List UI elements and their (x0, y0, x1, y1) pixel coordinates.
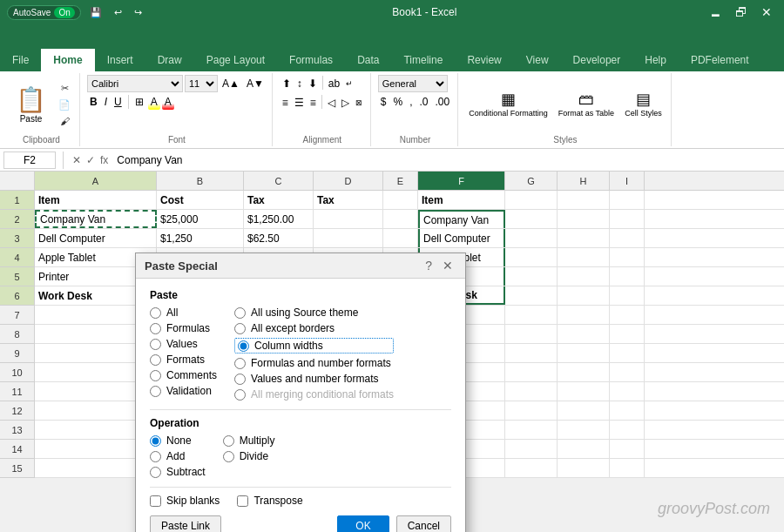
row-num-3[interactable]: 3 (0, 229, 34, 248)
cell-G13[interactable] (505, 421, 558, 439)
font-name-select[interactable]: Calibri (87, 75, 183, 92)
cell-B3[interactable]: $1,250 (157, 229, 244, 247)
cell-I9[interactable] (610, 344, 645, 362)
redo-button[interactable]: ↪ (131, 5, 145, 20)
transpose-checkbox[interactable]: Transpose (237, 495, 302, 507)
cell-G4[interactable] (505, 248, 558, 266)
tab-pdfelement[interactable]: PDFelement (679, 49, 761, 71)
tab-insert[interactable]: Insert (95, 49, 145, 71)
cell-I8[interactable] (610, 325, 645, 343)
bold-button[interactable]: B (87, 94, 100, 110)
format-painter-button[interactable]: 🖌 (55, 114, 74, 128)
number-format-select[interactable]: General (378, 75, 448, 92)
col-header-C[interactable]: C (244, 172, 314, 190)
align-center-button[interactable]: ☰ (292, 95, 307, 111)
paste-link-button[interactable]: Paste Link (150, 515, 221, 532)
cell-C1[interactable]: Tax (244, 191, 314, 209)
row-num-6[interactable]: 6 (0, 286, 34, 306)
decrease-decimal-button[interactable]: .0 (417, 94, 431, 110)
cell-D2[interactable] (314, 210, 383, 228)
cell-H7[interactable] (558, 306, 610, 324)
tab-developer[interactable]: Developer (561, 49, 633, 71)
op-radio-divide[interactable] (223, 451, 234, 462)
col-header-E[interactable]: E (383, 172, 418, 190)
cell-G14[interactable] (505, 440, 558, 458)
percent-button[interactable]: % (391, 94, 406, 110)
skip-blanks-input[interactable] (150, 495, 161, 507)
op-option-none[interactable]: None (150, 434, 206, 447)
increase-decimal-button[interactable]: .00 (433, 94, 453, 110)
cell-G3[interactable] (505, 229, 558, 247)
col-header-F[interactable]: F (418, 172, 505, 190)
cell-H15[interactable] (558, 459, 610, 477)
cell-I2[interactable] (610, 210, 645, 228)
tab-timeline[interactable]: Timeline (391, 49, 455, 71)
confirm-formula-icon[interactable]: ✓ (84, 154, 97, 166)
paste-radio-formats[interactable] (150, 354, 161, 366)
cell-G10[interactable] (505, 363, 558, 381)
cell-H8[interactable] (558, 325, 610, 343)
cell-B2[interactable]: $25,000 (157, 210, 244, 228)
autosave-toggle[interactable]: AutoSave On (7, 5, 81, 20)
tab-home[interactable]: Home (41, 49, 94, 71)
op-option-add[interactable]: Add (150, 450, 206, 462)
op-radio-multiply[interactable] (223, 435, 234, 447)
paste-option-validation[interactable]: Validation (150, 385, 217, 397)
cell-G6[interactable] (505, 286, 558, 305)
row-num-15[interactable]: 15 (0, 459, 34, 478)
row-num-13[interactable]: 13 (0, 421, 34, 440)
paste-option-col_widths[interactable]: Column widths (234, 338, 394, 354)
text-direction-button[interactable]: ab (326, 76, 342, 91)
cell-A1[interactable]: Item (35, 191, 157, 209)
merge-center-button[interactable]: ⊠ (353, 95, 365, 111)
formula-input[interactable] (113, 154, 781, 166)
wrap-text-button[interactable]: ↵ (343, 76, 355, 91)
cell-D3[interactable] (314, 229, 383, 247)
cell-H4[interactable] (558, 248, 610, 266)
cell-H11[interactable] (558, 382, 610, 401)
align-top-button[interactable]: ⬆ (280, 76, 294, 91)
row-num-2[interactable]: 2 (0, 210, 34, 229)
align-bottom-button[interactable]: ⬇ (306, 76, 320, 91)
cell-H2[interactable] (558, 210, 610, 228)
row-num-9[interactable]: 9 (0, 344, 34, 363)
cell-G15[interactable] (505, 459, 558, 477)
cell-B1[interactable]: Cost (157, 191, 244, 209)
cell-H13[interactable] (558, 421, 610, 439)
cell-G2[interactable] (505, 210, 558, 228)
comma-button[interactable]: , (407, 94, 415, 110)
cell-I5[interactable] (610, 267, 645, 286)
currency-button[interactable]: $ (378, 94, 389, 110)
row-num-8[interactable]: 8 (0, 325, 34, 344)
op-radio-none[interactable] (150, 435, 161, 447)
insert-function-icon[interactable]: fx (98, 154, 110, 166)
font-color-button[interactable]: A (162, 94, 174, 110)
row-num-12[interactable]: 12 (0, 401, 34, 421)
align-middle-button[interactable]: ↕ (294, 76, 305, 91)
op-option-divide[interactable]: Divide (223, 450, 275, 462)
cell-H10[interactable] (558, 363, 610, 381)
row-num-5[interactable]: 5 (0, 267, 34, 286)
op-radio-add[interactable] (150, 451, 161, 462)
cell-styles-button[interactable]: ▤ Cell Styles (621, 88, 666, 120)
tab-file[interactable]: File (0, 49, 41, 71)
col-header-B[interactable]: B (157, 172, 244, 190)
tab-review[interactable]: Review (455, 49, 513, 71)
paste-radio-all[interactable] (150, 307, 161, 319)
tab-help[interactable]: Help (632, 49, 679, 71)
cell-I10[interactable] (610, 363, 645, 381)
row-num-11[interactable]: 11 (0, 382, 34, 401)
cell-I1[interactable] (610, 191, 645, 209)
paste-button[interactable]: 📋 Paste (9, 84, 53, 125)
undo-button[interactable]: ↩ (111, 5, 125, 20)
row-num-1[interactable]: 1 (0, 191, 34, 210)
paste-option-formulas_numbers[interactable]: Formulas and number formats (234, 357, 394, 369)
restore-button[interactable]: 🗗 (730, 3, 753, 21)
cell-I11[interactable] (610, 382, 645, 401)
transpose-input[interactable] (237, 495, 248, 507)
cell-I3[interactable] (610, 229, 645, 247)
border-button[interactable]: ⊞ (132, 94, 146, 110)
paste-option-merging_conditional[interactable]: All merging conditional formats (234, 388, 394, 401)
cell-H1[interactable] (558, 191, 610, 209)
op-option-multiply[interactable]: Multiply (223, 434, 275, 447)
